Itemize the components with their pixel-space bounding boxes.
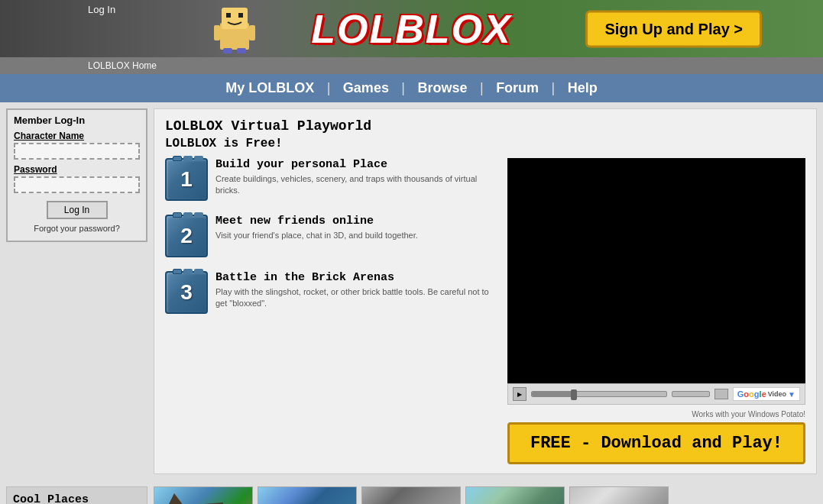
place-thumb-2[interactable] [258,486,357,504]
feature-text-2: Meet new friends online Visit your frien… [215,215,418,241]
google-video-button[interactable]: Google Video ▼ [733,387,800,401]
place-thumb-1[interactable] [154,486,253,504]
feature-text-3: Battle in the Brick Arenas Play with the… [215,271,495,310]
cool-places-sidebar: Cool Places Check out some of our favori… [6,486,147,504]
nav-sep-4: | [552,80,556,95]
feature-num-3: 3 [180,280,193,305]
navbar: My LOLBLOX | Games | Browse | Forum | He… [0,74,823,102]
feature-item-2: 2 Meet new friends online Visit your fri… [165,215,495,257]
login-button[interactable]: Log In [47,201,108,219]
svg-rect-4 [214,25,220,40]
svg-rect-3 [238,13,243,18]
progress-bar[interactable] [531,391,667,397]
feature-text-1: Build your personal Place Create buildin… [215,158,495,197]
brick-icon-3: 3 [165,271,208,314]
place-thumb-1-inner [154,487,252,504]
feature-icon-2: 2 [165,215,208,257]
svg-rect-1 [222,8,248,29]
feature-title-3: Battle in the Brick Arenas [215,271,495,284]
video-controls: ▶ Google Video ▼ [507,383,805,405]
feature-desc-3: Play with the slingshot, rocket, or othe… [215,286,495,310]
log-in-link[interactable]: Log In [88,4,115,15]
fullscreen-button[interactable] [714,389,728,399]
cool-places-thumbnails [154,486,817,504]
feature-title-2: Meet new friends online [215,215,418,228]
ship-decoration [162,493,223,504]
place-thumb-3[interactable] [361,486,461,504]
place-thumb-4[interactable] [465,486,565,504]
cool-places-title: Cool Places [13,493,141,504]
nav-browse[interactable]: Browse [418,80,468,95]
nav-sep-3: | [480,80,484,95]
password-input[interactable] [14,176,140,193]
download-btn-area: FREE - Download and Play! [507,422,805,464]
nav-my-lolblox[interactable]: My LOLBLOX [225,80,314,95]
brick-icon-1: 1 [165,158,208,201]
svg-rect-6 [223,48,232,53]
svg-rect-5 [249,25,255,40]
progress-fill [532,392,572,396]
feature-item-3: 3 Battle in the Brick Arenas Play with t… [165,271,495,314]
nav-forum[interactable]: Forum [496,80,539,95]
features-list: 1 Build your personal Place Create build… [165,158,495,464]
main-title-1: LOLBLOX Virtual Playworld [165,118,805,134]
feature-num-2: 2 [180,224,193,248]
brick-icon-2: 2 [165,215,208,257]
breadcrumb: LOLBLOX Home [0,57,823,74]
volume-bar[interactable] [672,391,710,397]
place-thumb-5[interactable] [569,486,669,504]
nav-games[interactable]: Games [343,80,389,95]
svg-rect-2 [226,13,231,18]
feature-icon-3: 3 [165,271,208,314]
progress-thumb [571,389,577,400]
works-with-text: Works with your Windows Potato! [507,409,805,419]
signup-button[interactable]: Sign Up and Play > [585,10,762,47]
password-label: Password [14,164,140,175]
play-button[interactable]: ▶ [513,387,527,401]
character-image [214,4,256,53]
feature-title-1: Build your personal Place [215,158,495,171]
nav-sep-1: | [327,80,331,95]
cool-places-section: Cool Places Check out some of our favori… [0,480,823,504]
member-login-box: Member Log-In Character Name Password Lo… [6,108,147,242]
logo-area: LOLBLOX [311,6,511,52]
video-area: ▶ Google Video ▼ Works with your Windows… [507,158,805,464]
logo-text: LOLBLOX [311,6,511,52]
google-video-label: Video [768,390,786,398]
feature-icon-1: 1 [165,158,208,201]
login-box-title: Member Log-In [14,115,140,126]
content-area: LOLBLOX Virtual Playworld LOLBLOX is Fre… [154,108,817,474]
feature-item-1: 1 Build your personal Place Create build… [165,158,495,201]
feature-desc-2: Visit your friend's place, chat in 3D, a… [215,230,418,241]
feature-desc-1: Create buildings, vehicles, scenery, and… [215,173,495,197]
video-player[interactable] [507,158,805,383]
svg-rect-7 [237,48,246,53]
features-video-layout: 1 Build your personal Place Create build… [165,158,805,464]
main-title-2: LOLBLOX is Free! [165,137,805,150]
nav-sep-2: | [401,80,405,95]
main-content: Member Log-In Character Name Password Lo… [0,102,823,480]
google-video-arrow: ▼ [788,390,795,399]
header: Log In LOLBLOX Sign Up and Play > [0,0,823,57]
char-name-input[interactable] [14,143,140,160]
forgot-password-link[interactable]: Forgot your password? [14,224,140,233]
sidebar: Member Log-In Character Name Password Lo… [6,108,147,474]
download-button[interactable]: FREE - Download and Play! [507,422,805,464]
char-name-label: Character Name [14,131,140,141]
feature-num-1: 1 [180,167,193,192]
nav-help[interactable]: Help [568,80,598,95]
